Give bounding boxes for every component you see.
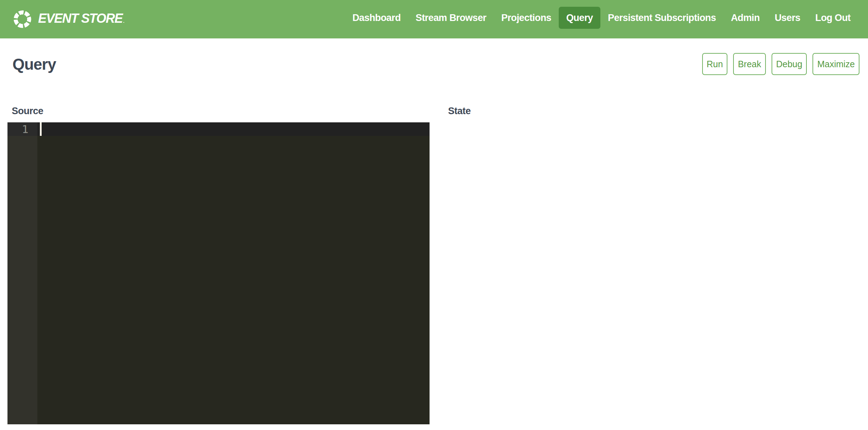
editor-code-area[interactable] — [37, 122, 430, 424]
editor-gutter: 1 — [7, 122, 37, 424]
navbar: EVENT STORE. Dashboard Stream Browser Pr… — [0, 0, 868, 38]
source-editor[interactable]: 1 — [7, 122, 430, 424]
nav-item-stream-browser[interactable]: Stream Browser — [408, 7, 494, 29]
page: EVENT STORE. Dashboard Stream Browser Pr… — [0, 0, 868, 430]
query-toolbar: Run Break Debug Maximize — [702, 53, 859, 75]
source-panel-label: Source — [12, 106, 43, 117]
state-panel — [441, 122, 863, 424]
brand-mark: . — [123, 18, 124, 24]
event-store-logo-icon — [12, 9, 32, 29]
brand-wordmark: EVENT STORE. — [38, 11, 124, 26]
nav-item-admin[interactable]: Admin — [724, 7, 767, 29]
nav-item-projections[interactable]: Projections — [494, 7, 559, 29]
run-button[interactable]: Run — [702, 53, 728, 75]
maximize-button[interactable]: Maximize — [812, 53, 859, 75]
text-cursor-icon — [40, 122, 42, 136]
nav-item-dashboard[interactable]: Dashboard — [345, 7, 408, 29]
nav-item-query[interactable]: Query — [559, 7, 600, 29]
page-title: Query — [12, 55, 56, 73]
debug-button[interactable]: Debug — [772, 53, 807, 75]
editor-active-line — [37, 122, 430, 136]
nav-item-users[interactable]: Users — [767, 7, 808, 29]
line-number: 1 — [7, 122, 37, 136]
nav-item-log-out[interactable]: Log Out — [808, 7, 858, 29]
brand-link[interactable]: EVENT STORE. — [12, 0, 124, 38]
state-panel-label: State — [448, 106, 471, 117]
nav-item-persistent-subscriptions[interactable]: Persistent Subscriptions — [600, 7, 724, 29]
break-button[interactable]: Break — [733, 53, 766, 75]
nav-menu: Dashboard Stream Browser Projections Que… — [345, 7, 858, 29]
